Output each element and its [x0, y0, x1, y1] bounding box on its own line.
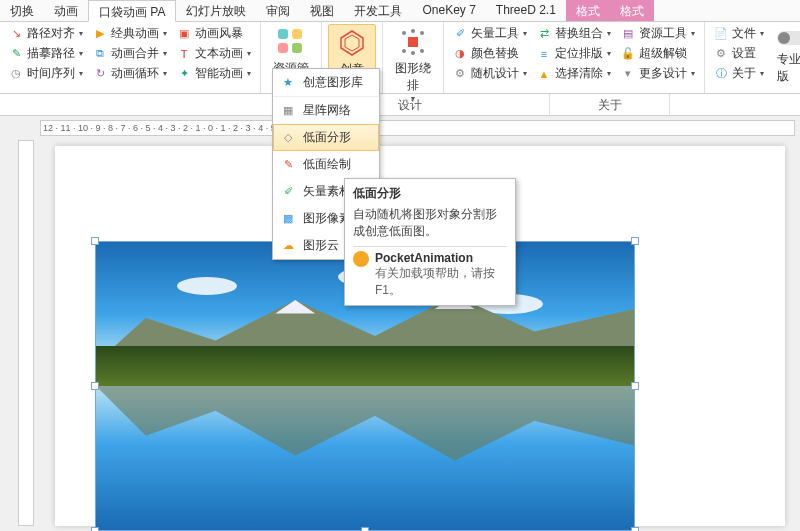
trace-icon: ✎: [9, 47, 23, 61]
label: 资源工具: [639, 25, 687, 42]
label: 动画循环: [111, 65, 159, 82]
group-design: ✐矢量工具▾ ◑颜色替换 ⚙随机设计▾ ⇄替换组合▾ ≡定位排版▾ ▲选择清除▾…: [444, 22, 705, 93]
res-tool-icon: ▤: [621, 27, 635, 41]
btn-time-series[interactable]: ◷时间序列▾: [6, 64, 86, 83]
btn-position-layout[interactable]: ≡定位排版▾: [534, 44, 614, 63]
tab-format-2[interactable]: 格式: [610, 0, 654, 21]
btn-classic-anim[interactable]: ▶经典动画▾: [90, 24, 170, 43]
btn-replace-combo[interactable]: ⇄替换组合▾: [534, 24, 614, 43]
resize-handle-tr[interactable]: [631, 237, 639, 245]
btn-more-design[interactable]: ▾更多设计▾: [618, 64, 698, 83]
label: 低面绘制: [303, 156, 351, 173]
svg-rect-6: [408, 37, 418, 47]
label: 更多设计: [639, 65, 687, 82]
label: 星阵网络: [303, 102, 351, 119]
btn-file[interactable]: 📄文件▾: [711, 24, 767, 43]
clear-icon: ▲: [537, 67, 551, 81]
label: 描摹路径: [27, 45, 75, 62]
btn-about[interactable]: ⓘ关于▾: [711, 64, 767, 83]
resize-handle-br[interactable]: [631, 527, 639, 531]
chevron-down-icon: ▾: [760, 29, 764, 38]
chevron-down-icon: ▾: [79, 69, 83, 78]
btn-trace-path[interactable]: ✎描摹路径▾: [6, 44, 86, 63]
resize-handle-l[interactable]: [91, 382, 99, 390]
chevron-down-icon: ▾: [607, 29, 611, 38]
group-label-about: 关于: [550, 94, 670, 115]
dd-star-grid[interactable]: ▦星阵网络: [273, 97, 379, 124]
label: 路径对齐: [27, 25, 75, 42]
label: 随机设计: [471, 65, 519, 82]
btn-color-replace[interactable]: ◑颜色替换: [450, 44, 530, 63]
dd-creative-library[interactable]: ★创意图形库: [273, 69, 379, 96]
svg-point-8: [420, 31, 424, 35]
chevron-down-icon: ▾: [163, 29, 167, 38]
btn-select-clear[interactable]: ▲选择清除▾: [534, 64, 614, 83]
btn-anim-storm[interactable]: ▣动画风暴: [174, 24, 254, 43]
file-icon: 📄: [714, 27, 728, 41]
svg-point-9: [402, 49, 406, 53]
toggle-label: 专业版: [777, 51, 800, 85]
svg-marker-16: [96, 386, 634, 460]
storm-icon: ▣: [177, 27, 191, 41]
chevron-down-icon: ▾: [607, 49, 611, 58]
svg-rect-0: [278, 29, 288, 39]
tab-animation[interactable]: 动画: [44, 0, 88, 21]
tab-format-1[interactable]: 格式: [566, 0, 610, 21]
tab-slideshow[interactable]: 幻灯片放映: [176, 0, 256, 21]
chevron-down-icon: ▾: [411, 94, 415, 103]
smart-icon: ✦: [177, 67, 191, 81]
label: 文本动画: [195, 45, 243, 62]
btn-settings[interactable]: ⚙设置: [711, 44, 767, 63]
resize-handle-b[interactable]: [361, 527, 369, 531]
chevron-down-icon: ▾: [247, 49, 251, 58]
tab-transition[interactable]: 切换: [0, 0, 44, 21]
resize-handle-bl[interactable]: [91, 527, 99, 531]
label: 选择清除: [555, 65, 603, 82]
btn-text-anim[interactable]: T文本动画▾: [174, 44, 254, 63]
btn-random-design[interactable]: ⚙随机设计▾: [450, 64, 530, 83]
group-about: 📄文件▾ ⚙设置 ⓘ关于▾ 专业版: [705, 22, 800, 93]
btn-shape-wrap[interactable]: 图形绕排 ▾: [389, 24, 437, 105]
btn-anim-loop[interactable]: ↻动画循环▾: [90, 64, 170, 83]
tab-view[interactable]: 视图: [300, 0, 344, 21]
label: 图形云: [303, 237, 339, 254]
resize-handle-tl[interactable]: [91, 237, 99, 245]
shape-wrap-icon: [397, 26, 429, 58]
chevron-down-icon: ▾: [163, 69, 167, 78]
btn-anim-merge[interactable]: ⧉动画合并▾: [90, 44, 170, 63]
svg-point-12: [411, 51, 415, 55]
resize-handle-r[interactable]: [631, 382, 639, 390]
chevron-down-icon: ▾: [691, 29, 695, 38]
vector-icon: ✐: [453, 27, 467, 41]
btn-vector-tool[interactable]: ✐矢量工具▾: [450, 24, 530, 43]
label: 定位排版: [555, 45, 603, 62]
align-icon: ≡: [537, 47, 551, 61]
chevron-down-icon: ▾: [79, 29, 83, 38]
tab-pocket-animation[interactable]: 口袋动画 PA: [88, 0, 176, 22]
tab-threed[interactable]: ThreeD 2.1: [486, 0, 566, 21]
pixel-icon: ▩: [281, 212, 295, 226]
svg-point-7: [402, 31, 406, 35]
dd-low-poly-draw[interactable]: ✎低面绘制: [273, 151, 379, 178]
draw-icon: ✎: [281, 158, 295, 172]
tooltip-brand: PocketAnimation: [375, 251, 507, 265]
pocket-animation-icon: [353, 251, 369, 267]
creative-shape-icon: [336, 27, 368, 59]
toggle-pro[interactable]: [777, 31, 800, 45]
btn-smart-anim[interactable]: ✦智能动画▾: [174, 64, 254, 83]
group-shape-wrap: 图形绕排 ▾: [383, 22, 444, 93]
label: 颜色替换: [471, 45, 519, 62]
settings-icon: ⚙: [714, 47, 728, 61]
btn-super-unlock[interactable]: 🔓超级解锁: [618, 44, 698, 63]
about-icon: ⓘ: [714, 67, 728, 81]
label: 设置: [732, 45, 756, 62]
svg-point-10: [420, 49, 424, 53]
chevron-down-icon: ▾: [523, 29, 527, 38]
tab-onekey[interactable]: OneKey 7: [412, 0, 485, 21]
btn-path-align[interactable]: ↘路径对齐▾: [6, 24, 86, 43]
vec-icon: ✐: [281, 185, 295, 199]
dd-low-poly[interactable]: ◇低面分形: [273, 124, 379, 151]
tab-review[interactable]: 审阅: [256, 0, 300, 21]
tab-developer[interactable]: 开发工具: [344, 0, 412, 21]
btn-resource-tool[interactable]: ▤资源工具▾: [618, 24, 698, 43]
